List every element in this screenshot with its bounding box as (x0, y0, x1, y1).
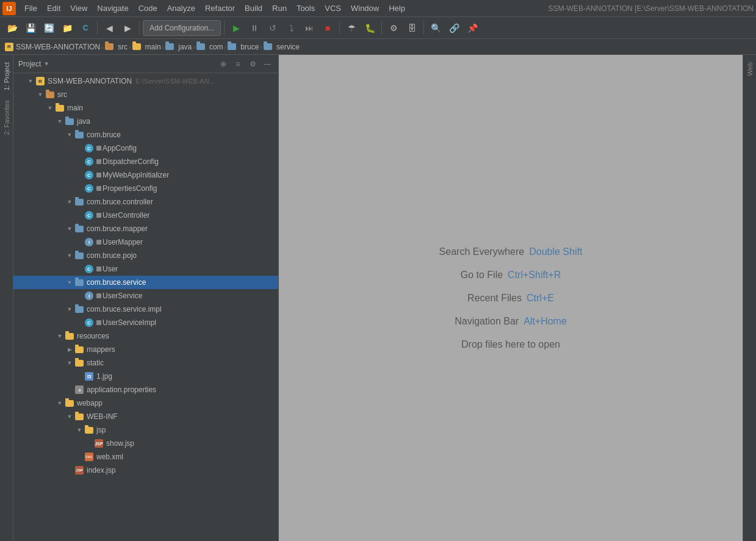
breadcrumb-java[interactable]: java (165, 43, 192, 51)
collapse-all-button[interactable]: ≡ (232, 58, 244, 70)
breadcrumb-bruce[interactable]: bruce (228, 43, 259, 51)
tree-row-resources[interactable]: ▼ resources (13, 329, 278, 343)
tree-row-indexjsp[interactable]: JSP index.jsp (13, 464, 278, 477)
menu-refactor[interactable]: Refactor (200, 2, 240, 15)
breadcrumb-src[interactable]: src (105, 43, 128, 51)
tree-row-propertiesconfig[interactable]: C PropertiesConfig (13, 182, 278, 195)
menu-build[interactable]: Build (240, 2, 267, 15)
toggle-webapp[interactable]: ▼ (55, 398, 65, 408)
tree-row-userservice[interactable]: I UserService (13, 289, 278, 303)
tree-row-com-bruce-pojo[interactable]: ▼ com.bruce.pojo (13, 249, 278, 262)
tree-row-dispatcherconfig[interactable]: C DispatcherConfig (13, 155, 278, 168)
tree-row-usercontroller[interactable]: C UserController (13, 209, 278, 222)
toggle-com-bruce[interactable]: ▼ (65, 130, 74, 140)
breadcrumb-com[interactable]: com (196, 43, 223, 51)
tree-row-root[interactable]: ▼ R SSM-WEB-ANNOTATION E:\Server\SSM-WEB… (13, 74, 278, 88)
locate-file-button[interactable]: ⊕ (217, 58, 229, 70)
tree-row-static[interactable]: ▼ static (13, 356, 278, 370)
back-button[interactable]: ◀ (101, 20, 118, 37)
menu-window[interactable]: Window (346, 2, 384, 15)
toggle-pojo[interactable]: ▼ (65, 251, 74, 260)
project-tab[interactable]: 1: Project (1, 57, 12, 95)
toggle-static[interactable]: ▼ (65, 358, 74, 368)
new-folder-button[interactable]: 📁 (59, 20, 76, 37)
panel-close-button[interactable]: — (261, 58, 273, 70)
userserviceimpl-label: UserServiceImpl (103, 318, 156, 327)
toggle-empty (74, 371, 84, 381)
toggle-mapper[interactable]: ▼ (65, 224, 74, 234)
add-configuration-button[interactable]: Add Configuration... (143, 20, 221, 36)
tree-row-mappers[interactable]: ▶ mappers (13, 343, 278, 356)
breadcrumb-service[interactable]: service (264, 43, 300, 51)
menu-file[interactable]: File (20, 2, 42, 15)
breadcrumb-root[interactable]: R SSM-WEB-ANNOTATION (5, 43, 100, 51)
tree-row-showjsp[interactable]: JSP show.jsp (13, 437, 278, 450)
tree-row-com-bruce-service-impl[interactable]: ▼ com.bruce.service.impl (13, 303, 278, 316)
open-folder-button[interactable]: 📂 (4, 20, 21, 37)
tree-row-java[interactable]: ▼ java (13, 115, 278, 128)
toggle-webinf[interactable]: ▼ (65, 412, 74, 421)
tree-row-com-bruce[interactable]: ▼ com.bruce (13, 128, 278, 142)
menu-vcs[interactable]: VCS (320, 2, 346, 15)
refresh-button[interactable]: 🔄 (40, 20, 57, 37)
stop-button[interactable]: ■ (319, 20, 336, 37)
menu-tools[interactable]: Tools (292, 2, 320, 15)
menu-view[interactable]: View (65, 2, 92, 15)
hint-goto-text: Go to File (461, 270, 503, 281)
menu-code[interactable]: Code (134, 2, 162, 15)
toggle-main[interactable]: ▼ (45, 103, 55, 113)
toggle-java[interactable]: ▼ (55, 116, 65, 126)
menu-help[interactable]: Help (384, 2, 410, 15)
external1-button[interactable]: 🔗 (445, 20, 463, 37)
suspend-button[interactable]: ⏸ (246, 20, 263, 37)
panel-settings-button[interactable]: ⚙ (247, 58, 259, 70)
tree-row-jsp-folder[interactable]: ▼ jsp (13, 423, 278, 437)
run-button[interactable]: ▶ (228, 20, 245, 37)
tree-row-1jpg[interactable]: 🖼 1.jpg (13, 370, 278, 383)
toggle-controller[interactable]: ▼ (65, 197, 74, 207)
menu-navigate[interactable]: Navigate (92, 2, 133, 15)
menu-edit[interactable]: Edit (42, 2, 65, 15)
tree-row-webinf[interactable]: ▼ WEB-INF (13, 410, 278, 423)
tree-row-com-bruce-service[interactable]: ▼ com.bruce.service (13, 276, 278, 289)
search-button[interactable]: 🔍 (427, 20, 444, 37)
toggle-resources[interactable]: ▼ (55, 331, 65, 341)
tree-row-usermapper[interactable]: I UserMapper (13, 235, 278, 249)
tree-row-user[interactable]: C User (13, 262, 278, 276)
tree-row-appconfig[interactable]: C AppConfig (13, 142, 278, 155)
toggle-service-impl[interactable]: ▼ (65, 304, 74, 314)
save-button[interactable]: 💾 (22, 20, 39, 37)
tree-row-appprops[interactable]: ⚙ application.properties (13, 383, 278, 396)
tree-row-webapp[interactable]: ▼ webapp (13, 396, 278, 410)
tree-row-com-bruce-mapper[interactable]: ▼ com.bruce.mapper (13, 222, 278, 235)
menu-run[interactable]: Run (267, 2, 292, 15)
tree-row-webxml[interactable]: XML web.xml (13, 450, 278, 464)
debug-button[interactable]: 🐛 (361, 20, 378, 37)
fast-forward-button[interactable]: ⏭ (301, 20, 318, 37)
class-button[interactable]: C (77, 20, 94, 37)
project-panel-chevron[interactable]: ▼ (43, 60, 49, 67)
tree-row-com-bruce-controller[interactable]: ▼ com.bruce.controller (13, 195, 278, 209)
settings-button[interactable]: ⚙ (385, 20, 402, 37)
toggle-root[interactable]: ▼ (26, 76, 35, 86)
userservice-icon: I (84, 291, 94, 301)
toggle-src[interactable]: ▼ (35, 90, 45, 99)
tree-row-userserviceimpl[interactable]: C UserServiceImpl (13, 316, 278, 329)
coverage-button[interactable]: ☂ (343, 20, 360, 37)
resume-button[interactable]: ↺ (264, 20, 281, 37)
web-tab[interactable]: Web (744, 57, 755, 81)
database-button[interactable]: 🗄 (403, 20, 420, 37)
favorites-tab[interactable]: 2: Favorites (1, 95, 12, 140)
external2-button[interactable]: 📌 (464, 20, 481, 37)
project-tree[interactable]: ▼ R SSM-WEB-ANNOTATION E:\Server\SSM-WEB… (13, 73, 278, 541)
toggle-service[interactable]: ▼ (65, 278, 74, 287)
tree-row-main[interactable]: ▼ main (13, 101, 278, 115)
menu-analyze[interactable]: Analyze (162, 2, 200, 15)
tree-row-mywebapp[interactable]: C MyWebAppInitializer (13, 168, 278, 182)
forward-button[interactable]: ▶ (119, 20, 136, 37)
toggle-mappers[interactable]: ▶ (65, 345, 74, 354)
toggle-jsp-folder[interactable]: ▼ (74, 425, 84, 435)
tree-row-src[interactable]: ▼ src (13, 88, 278, 101)
breadcrumb-main[interactable]: main (132, 43, 161, 51)
step-over-button[interactable]: ⤵ (283, 20, 300, 37)
